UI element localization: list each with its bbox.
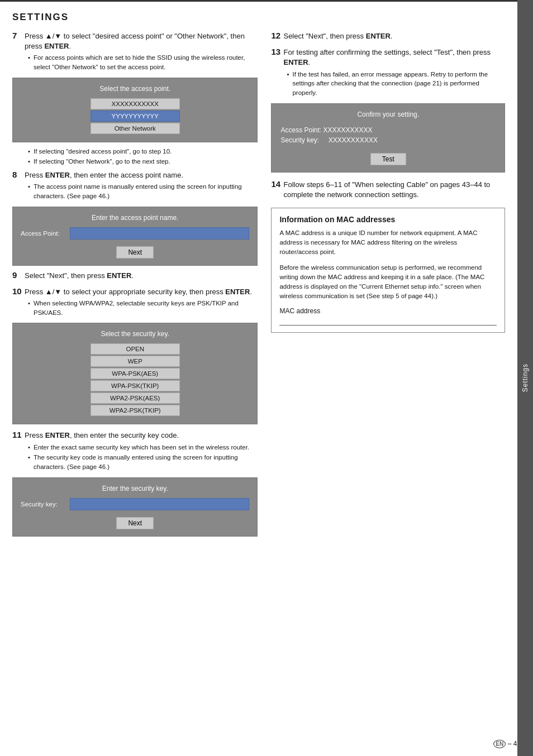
confirm-sk-label: Security key:: [280, 136, 319, 144]
step-12-num: 12: [271, 31, 281, 40]
step-13-num: 13: [271, 47, 281, 56]
step-13-block: 13 For testing after confirming the sett…: [271, 47, 505, 97]
step-10-bullets: When selecting WPA/WPA2, selectable secu…: [28, 299, 258, 317]
enter-sk-box: Enter the security key. Security key: Ne…: [12, 477, 258, 537]
step-10-bullet-1: When selecting WPA/WPA2, selectable secu…: [28, 299, 258, 317]
step-8-bullet-1: The access point name is manually entere…: [28, 182, 258, 200]
confirm-box: Confirm your setting. Access Point: XXXX…: [271, 103, 505, 173]
ap-input-row: Access Point:: [21, 227, 249, 240]
sk-item-4[interactable]: WPA-PSK(TKIP): [91, 380, 180, 391]
confirm-title: Confirm your setting.: [280, 111, 496, 118]
enter-ap-title: Enter the access point name.: [92, 214, 178, 222]
step-8-block: 8 Press ENTER, then enter the access poi…: [12, 170, 258, 201]
step-10-text: Press ▲/▼ to select your appropriate sec…: [25, 287, 252, 297]
sk-input-row: Security key:: [21, 498, 249, 510]
sidebar-tab-label: Settings: [521, 363, 529, 392]
step-7-text: Press ▲/▼ to select "desired access poin…: [25, 31, 258, 51]
step-14-block: 14 Follow steps 6–11 of "When selecting …: [271, 179, 505, 200]
select-security-key-box: Select the security key. OPEN WEP WPA-PS…: [12, 323, 258, 424]
ap-input-field[interactable]: [70, 227, 249, 240]
step-13-bullets: If the test has failed, an error message…: [287, 70, 505, 98]
step-9-text: Select "Next", then press ENTER.: [25, 271, 134, 281]
step-7-bullet-1: For access points which are set to hide …: [28, 53, 258, 71]
step-7-block: 7 Press ▲/▼ to select "desired access po…: [12, 31, 258, 72]
mac-info-title: Information on MAC addresses: [279, 215, 497, 224]
step-11-text: Press ENTER, then enter the security key…: [25, 430, 179, 441]
step-9-num: 9: [12, 270, 22, 280]
step-12-text: Select "Next", then press ENTER.: [283, 31, 392, 41]
page-title: SETTINGS: [12, 12, 505, 23]
step-7-bullets2: If selecting "desired access point", go …: [28, 147, 258, 166]
sidebar-tab: Settings: [517, 0, 533, 756]
step-12-block: 12 Select "Next", then press ENTER.: [271, 31, 505, 41]
mac-info-para1: A MAC address is a unique ID number for …: [279, 228, 497, 257]
step-8-bullets: The access point name is manually entere…: [28, 182, 258, 200]
step-7-bullet-2: If selecting "desired access point", go …: [28, 147, 258, 156]
sk-item-3[interactable]: WPA-PSK(AES): [91, 368, 180, 379]
ap-item-3[interactable]: Other Network: [91, 123, 180, 134]
mac-address-label: MAC address: [279, 307, 497, 315]
confirm-button-row: Test: [280, 151, 496, 165]
step-8-text: Press ENTER, then enter the access point…: [25, 170, 183, 180]
step-7-bullet-3: If selecting "Other Network", go to the …: [28, 157, 258, 166]
sk-next-button[interactable]: Next: [116, 517, 154, 529]
ap-item-2[interactable]: YYYYYYYYYYY: [91, 111, 180, 122]
step-14-text: Follow steps 6–11 of "When selecting Cab…: [283, 180, 505, 200]
test-button[interactable]: Test: [370, 153, 406, 165]
sk-item-1[interactable]: OPEN: [91, 343, 180, 355]
mac-info-para2: Before the wireless communication setup …: [279, 263, 497, 302]
step-11-bullets: Enter the exact same security key which …: [28, 443, 258, 472]
sk-item-2[interactable]: WEP: [91, 356, 180, 367]
page-number: EN – 45: [493, 740, 521, 748]
confirm-ap-row: Access Point: XXXXXXXXXXX: [280, 126, 496, 134]
sk-item-6[interactable]: WPA2-PSK(TKIP): [91, 405, 180, 416]
step-11-bullet-1: Enter the exact same security key which …: [28, 443, 258, 452]
ap-input-label: Access Point:: [21, 230, 65, 237]
sk-item-5[interactable]: WPA2-PSK(AES): [91, 393, 180, 404]
confirm-sk-row: Security key: XXXXXXXXXXX: [280, 136, 496, 144]
enter-ap-name-box: Enter the access point name. Access Poin…: [12, 207, 258, 266]
step-11-block: 11 Press ENTER, then enter the security …: [12, 430, 258, 471]
select-access-point-box: Select the access point. XXXXXXXXXXX YYY…: [12, 78, 258, 142]
confirm-ap-label: Access Point:: [280, 126, 321, 134]
ap-next-button[interactable]: Next: [116, 246, 154, 259]
enter-sk-title: Enter the security key.: [102, 485, 168, 492]
step-7-bullets: For access points which are set to hide …: [28, 53, 258, 71]
ap-item-1[interactable]: XXXXXXXXXXX: [91, 98, 180, 109]
step-14-num: 14: [271, 179, 281, 189]
confirm-ap-value: XXXXXXXXXXX: [323, 126, 373, 134]
step-9-block: 9 Select "Next", then press ENTER.: [12, 270, 258, 281]
step-8-num: 8: [12, 170, 22, 179]
step-10-num: 10: [12, 286, 22, 296]
select-ap-title: Select the access point.: [99, 85, 170, 93]
step-13-text: For testing after confirming the setting…: [283, 47, 505, 68]
step-13-bullet-1: If the test has failed, an error message…: [287, 70, 505, 98]
sk-input-field[interactable]: [70, 498, 249, 510]
sk-input-label: Security key:: [21, 501, 65, 508]
confirm-sk-value: XXXXXXXXXXX: [329, 136, 378, 144]
select-sk-title: Select the security key.: [101, 330, 169, 338]
step-10-block: 10 Press ▲/▼ to select your appropriate …: [12, 286, 258, 318]
step-11-bullet-2: The security key code is manually entere…: [28, 453, 258, 471]
step-7-num: 7: [12, 31, 22, 40]
mac-address-line: [279, 325, 497, 326]
step-11-num: 11: [12, 430, 22, 439]
mac-info-box: Information on MAC addresses A MAC addre…: [271, 208, 505, 333]
